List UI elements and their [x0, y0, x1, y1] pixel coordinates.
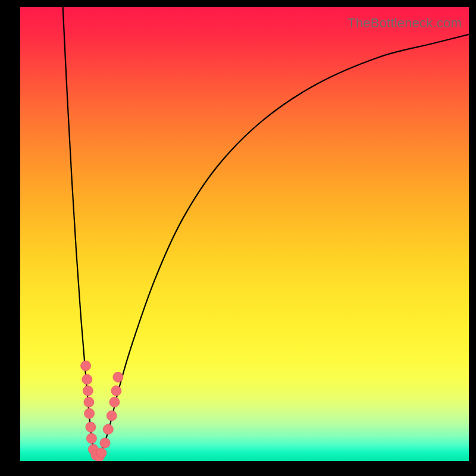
data-point — [103, 424, 113, 434]
data-point — [113, 372, 123, 382]
data-point — [86, 433, 96, 443]
data-point — [84, 408, 95, 418]
data-point — [96, 448, 107, 458]
data-point — [109, 397, 120, 407]
data-point — [107, 411, 117, 421]
curve-layer — [20, 7, 469, 461]
chart-frame: TheBottleneck.com — [0, 0, 476, 476]
data-point — [82, 374, 92, 384]
data-point — [84, 397, 94, 407]
data-point — [111, 386, 121, 396]
data-point — [100, 438, 110, 448]
right-curve — [99, 35, 469, 459]
data-point — [83, 386, 93, 396]
data-point — [86, 422, 96, 432]
plot-area: TheBottleneck.com — [20, 7, 469, 461]
marker-cluster — [81, 361, 123, 461]
data-point — [81, 361, 91, 371]
